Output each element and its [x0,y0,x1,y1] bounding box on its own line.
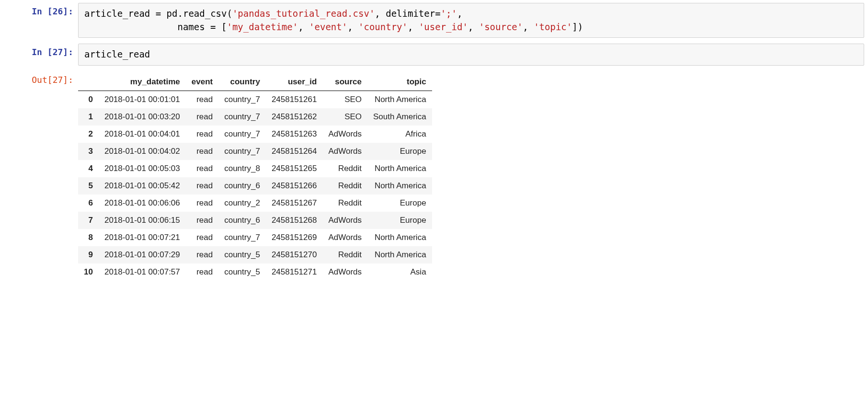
table-cell: Reddit [322,195,367,212]
table-cell: read [186,91,218,108]
table-index-cell: 4 [78,160,99,177]
table-row: 82018-01-01 00:07:21readcountry_72458151… [78,229,432,246]
table-cell: read [186,126,218,143]
table-cell: South America [367,108,432,126]
table-cell: North America [367,246,432,263]
code-token: 'pandas_tutorial_read.csv' [232,8,375,19]
table-cell: AdWords [322,126,367,143]
table-cell: Reddit [322,177,367,195]
table-row: 02018-01-01 00:01:01readcountry_72458151… [78,91,432,108]
table-cell: read [186,212,218,229]
table-cell: country_2 [218,195,266,212]
table-index-cell: 0 [78,91,99,108]
prompt-out-label: Out[ [32,75,52,85]
table-header-cell: country [218,73,266,91]
code-token: article_read [84,49,150,59]
prompt-in-label: In [ [32,47,52,57]
table-cell: 2458151264 [266,143,323,160]
table-row: 92018-01-01 00:07:29readcountry_52458151… [78,246,432,263]
table-cell: 2018-01-01 00:04:02 [99,143,186,160]
table-row: 102018-01-01 00:07:57readcountry_5245815… [78,263,432,281]
table-cell: 2458151270 [266,246,323,263]
table-cell: read [186,229,218,246]
code-token: = [210,22,216,32]
table-cell: Europe [367,212,432,229]
table-cell: Asia [367,263,432,281]
table-cell: 2458151261 [266,91,323,108]
table-cell: SEO [322,108,367,126]
prompt-close: ]: [63,75,73,85]
prompt-close: ]: [63,47,73,57]
table-cell: country_7 [218,108,266,126]
table-cell: 2018-01-01 00:07:57 [99,263,186,281]
table-cell: read [186,177,218,195]
code-input[interactable]: article_read = pd.read_csv('pandas_tutor… [78,3,864,38]
table-cell: Africa [367,126,432,143]
table-cell: country_7 [218,126,266,143]
table-index-cell: 6 [78,195,99,212]
dataframe-table: my_datetimeeventcountryuser_idsourcetopi… [78,73,432,281]
table-cell: Reddit [322,160,367,177]
table-cell: Reddit [322,246,367,263]
code-token: names [84,22,210,32]
input-prompt: In [27]: [4,44,78,57]
table-cell: 2458151267 [266,195,323,212]
table-cell: read [186,108,218,126]
table-cell: 2018-01-01 00:05:42 [99,177,186,195]
table-cell: read [186,160,218,177]
code-cell: In [27]: article_read [0,41,868,69]
code-cell: In [26]: article_read = pd.read_csv('pan… [0,0,868,41]
table-cell: country_6 [218,177,266,195]
table-index-cell: 1 [78,108,99,126]
table-cell: country_5 [218,263,266,281]
code-token: ]) [572,22,583,32]
table-cell: AdWords [322,143,367,160]
table-cell: read [186,246,218,263]
table-cell: Europe [367,143,432,160]
code-token: 'my_datetime' [227,22,298,32]
table-cell: Europe [367,195,432,212]
table-cell: AdWords [322,229,367,246]
code-token: [ [216,22,227,32]
prompt-in-number: 27 [53,47,63,57]
code-token: 'source' [479,22,523,32]
table-cell: AdWords [322,212,367,229]
code-token: 'topic' [534,22,572,32]
code-token: , [457,8,462,19]
code-token: = [435,8,440,19]
table-cell: 2458151269 [266,229,323,246]
table-row: 12018-01-01 00:03:20readcountry_72458151… [78,108,432,126]
table-header-cell: event [186,73,218,91]
table-cell: North America [367,229,432,246]
table-cell: read [186,263,218,281]
code-token: 'user_id' [419,22,468,32]
code-token: read_csv( [183,8,232,19]
table-index-cell: 2 [78,126,99,143]
table-cell: AdWords [322,263,367,281]
prompt-in-number: 26 [53,6,63,16]
code-token: = [156,8,161,19]
prompt-close: ]: [63,6,73,16]
table-cell: 2018-01-01 00:01:01 [99,91,186,108]
code-token: , [298,22,309,32]
table-header-cell: source [322,73,367,91]
table-index-cell: 7 [78,212,99,229]
code-token: . [178,8,183,19]
input-prompt: In [26]: [4,3,78,17]
table-header-cell: user_id [266,73,323,91]
table-index-cell: 3 [78,143,99,160]
table-cell: country_6 [218,212,266,229]
table-row: 22018-01-01 00:04:01readcountry_72458151… [78,126,432,143]
code-token: , [347,22,358,32]
table-cell: 2458151268 [266,212,323,229]
table-index-cell: 5 [78,177,99,195]
table-header-cell: topic [367,73,432,91]
table-cell: North America [367,160,432,177]
table-row: 32018-01-01 00:04:02readcountry_72458151… [78,143,432,160]
table-cell: 2458151263 [266,126,323,143]
table-cell: country_7 [218,143,266,160]
code-input[interactable]: article_read [78,44,864,66]
code-token: , [468,22,479,32]
output-prompt: Out[27]: [4,71,78,85]
output-cell: Out[27]: my_datetimeeventcountryuser_ids… [0,69,868,284]
